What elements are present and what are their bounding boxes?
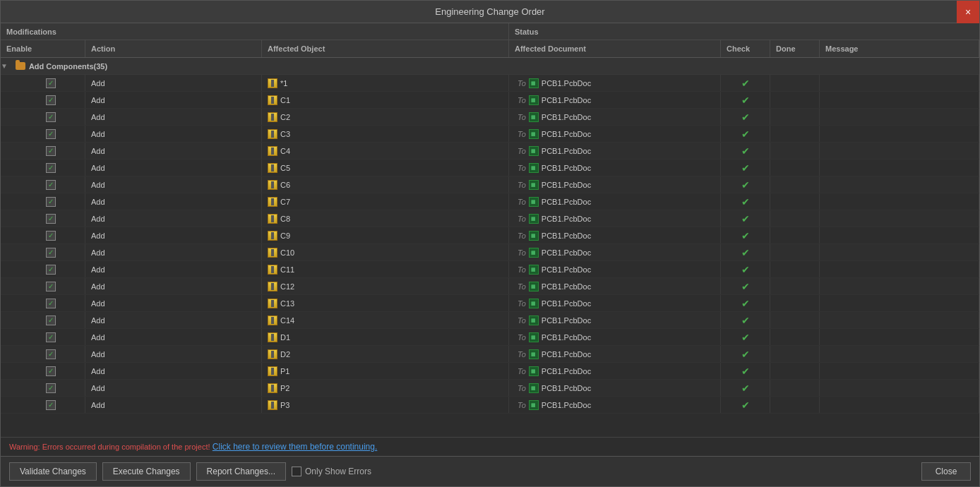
cell-enable[interactable] (1, 92, 85, 108)
table-row: Add C5 To ▦ PCB1.PcbDoc ✔ (1, 160, 979, 176)
cell-enable[interactable] (1, 261, 85, 277)
enable-checkbox[interactable] (46, 146, 56, 156)
cell-action: Add (85, 210, 262, 227)
cell-check: ✔ (721, 176, 770, 193)
cell-message (820, 160, 979, 176)
cell-enable[interactable] (1, 363, 85, 379)
enable-checkbox[interactable] (46, 214, 56, 224)
cell-affected-document: To ▦ PCB1.PcbDoc (509, 92, 721, 108)
cell-affected-object: C14 (262, 312, 509, 328)
component-icon (268, 214, 277, 224)
component-icon (268, 180, 277, 190)
cell-enable[interactable] (1, 109, 85, 125)
enable-checkbox[interactable] (46, 332, 56, 342)
enable-checkbox[interactable] (46, 129, 56, 139)
cell-check: ✔ (721, 363, 770, 379)
cell-enable[interactable] (1, 397, 85, 413)
cell-message (820, 244, 979, 260)
folder-icon (15, 61, 26, 72)
to-text: To (518, 147, 526, 155)
warning-prefix: Warning: Errors occurred during compilat… (9, 443, 210, 451)
cell-message (820, 193, 979, 210)
enable-checkbox[interactable] (46, 248, 56, 258)
enable-checkbox[interactable] (46, 163, 56, 173)
cell-done (770, 227, 820, 244)
cell-check: ✔ (721, 261, 770, 277)
check-status-icon: ✔ (741, 399, 750, 411)
window-close-button[interactable]: × (957, 1, 979, 23)
enable-checkbox[interactable] (46, 112, 56, 122)
cell-enable[interactable] (1, 278, 85, 294)
enable-checkbox[interactable] (46, 366, 56, 376)
to-text: To (518, 316, 526, 325)
enable-checkbox[interactable] (46, 78, 56, 88)
expand-icon[interactable]: ▼ (1, 62, 8, 70)
enable-checkbox[interactable] (46, 282, 56, 291)
check-status-icon: ✔ (741, 162, 750, 174)
component-icon (268, 163, 277, 173)
cell-enable[interactable] (1, 193, 85, 210)
cell-action: Add (85, 329, 262, 345)
cell-check: ✔ (721, 92, 770, 108)
pcb-icon: ▦ (529, 78, 539, 88)
check-status-icon: ✔ (741, 315, 750, 326)
enable-checkbox[interactable] (46, 180, 56, 190)
enable-checkbox[interactable] (46, 95, 56, 105)
to-text: To (518, 232, 526, 240)
cell-check: ✔ (721, 143, 770, 159)
enable-checkbox[interactable] (46, 265, 56, 275)
cell-check: ✔ (721, 109, 770, 125)
enable-checkbox[interactable] (46, 400, 56, 410)
check-status-icon: ✔ (741, 281, 750, 292)
enable-checkbox[interactable] (46, 231, 56, 241)
cell-enable[interactable] (1, 295, 85, 311)
cell-enable[interactable] (1, 227, 85, 244)
cell-enable[interactable] (1, 346, 85, 362)
cell-affected-object: *1 (262, 75, 509, 91)
check-status-icon: ✔ (741, 128, 750, 140)
table-body[interactable]: ▼ Add Components(35) Add *1 To ▦ (1, 58, 979, 437)
cell-enable[interactable] (1, 210, 85, 227)
execute-changes-button[interactable]: Execute Changes (102, 462, 191, 481)
cell-done (770, 363, 820, 379)
cell-done (770, 380, 820, 396)
enable-checkbox[interactable] (46, 315, 56, 325)
close-button[interactable]: Close (921, 462, 971, 481)
check-status-icon: ✔ (741, 230, 750, 241)
cell-message (820, 126, 979, 142)
cell-action: Add (85, 227, 262, 244)
cell-done (770, 244, 820, 260)
check-status-icon: ✔ (741, 247, 750, 258)
to-text: To (518, 181, 526, 189)
window-title: Engineering Change Order (435, 6, 544, 17)
cell-enable[interactable] (1, 143, 85, 159)
cell-affected-document: To ▦ PCB1.PcbDoc (509, 227, 721, 244)
header-enable: Enable (1, 40, 85, 57)
validate-changes-button[interactable]: Validate Changes (9, 462, 97, 481)
only-show-errors-checkbox[interactable] (292, 467, 301, 476)
cell-enable[interactable] (1, 329, 85, 345)
cell-enable[interactable] (1, 244, 85, 260)
enable-checkbox[interactable] (46, 299, 56, 308)
cell-check: ✔ (721, 312, 770, 328)
enable-checkbox[interactable] (46, 383, 56, 393)
header-done: Done (770, 40, 820, 57)
enable-checkbox[interactable] (46, 197, 56, 207)
cell-affected-object: C10 (262, 244, 509, 260)
table-row: Add C14 To ▦ PCB1.PcbDoc ✔ (1, 312, 979, 329)
table-row: Add C9 To ▦ PCB1.PcbDoc ✔ (1, 227, 979, 244)
cell-enable[interactable] (1, 126, 85, 142)
cell-enable[interactable] (1, 380, 85, 396)
to-text: To (518, 79, 526, 88)
warning-link[interactable]: Click here to review them before continu… (213, 442, 377, 452)
cell-enable[interactable] (1, 312, 85, 328)
report-changes-button[interactable]: Report Changes... (196, 462, 286, 481)
cell-enable[interactable] (1, 75, 85, 91)
enable-checkbox[interactable] (46, 349, 56, 359)
table-row: Add P1 To ▦ PCB1.PcbDoc ✔ (1, 363, 979, 380)
cell-enable[interactable] (1, 160, 85, 176)
only-show-errors-label[interactable]: Only Show Errors (292, 467, 371, 476)
cell-affected-object: D1 (262, 329, 509, 345)
cell-enable[interactable] (1, 176, 85, 193)
cell-done (770, 176, 820, 193)
